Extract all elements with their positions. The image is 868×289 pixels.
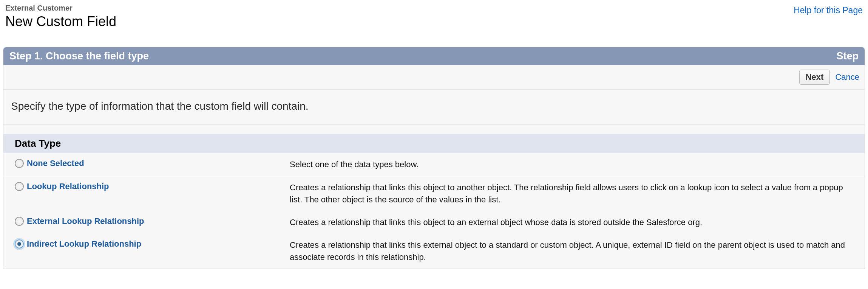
option-row-none: None Selected Select one of the data typ… <box>3 153 865 176</box>
radio-lookup-relationship[interactable] <box>15 182 24 191</box>
step-header: Step 1. Choose the field type Step <box>3 47 865 65</box>
option-label[interactable]: Lookup Relationship <box>27 182 109 191</box>
wizard-toolbar: Next Cance <box>3 65 865 90</box>
option-row-indirect-lookup: Indirect Lookup Relationship Creates a r… <box>3 234 865 269</box>
page-title: New Custom Field <box>5 13 116 30</box>
next-button[interactable]: Next <box>799 70 830 85</box>
datatype-section-header: Data Type <box>3 134 865 153</box>
wizard-panel: Step 1. Choose the field type Step Next … <box>3 47 865 269</box>
option-row-external-lookup: External Lookup Relationship Creates a r… <box>3 211 865 234</box>
step-indicator: Step <box>836 50 859 62</box>
option-description: Creates a relationship that links this o… <box>290 182 857 206</box>
breadcrumb: External Customer <box>5 4 116 12</box>
option-description: Creates a relationship that links this o… <box>290 216 857 228</box>
option-label[interactable]: Indirect Lookup Relationship <box>27 239 141 249</box>
step-title: Step 1. Choose the field type <box>9 50 149 62</box>
option-description: Creates a relationship that links this e… <box>290 239 857 263</box>
help-link[interactable]: Help for this Page <box>794 4 863 16</box>
option-label[interactable]: External Lookup Relationship <box>27 216 144 226</box>
cancel-link[interactable]: Cance <box>835 72 859 82</box>
instruction-text: Specify the type of information that the… <box>3 90 865 125</box>
option-label[interactable]: None Selected <box>27 158 84 168</box>
option-description: Select one of the data types below. <box>290 158 857 171</box>
radio-indirect-lookup-relationship[interactable] <box>15 239 24 249</box>
radio-none-selected[interactable] <box>15 159 24 168</box>
radio-external-lookup-relationship[interactable] <box>15 217 24 226</box>
option-row-lookup: Lookup Relationship Creates a relationsh… <box>3 176 865 211</box>
